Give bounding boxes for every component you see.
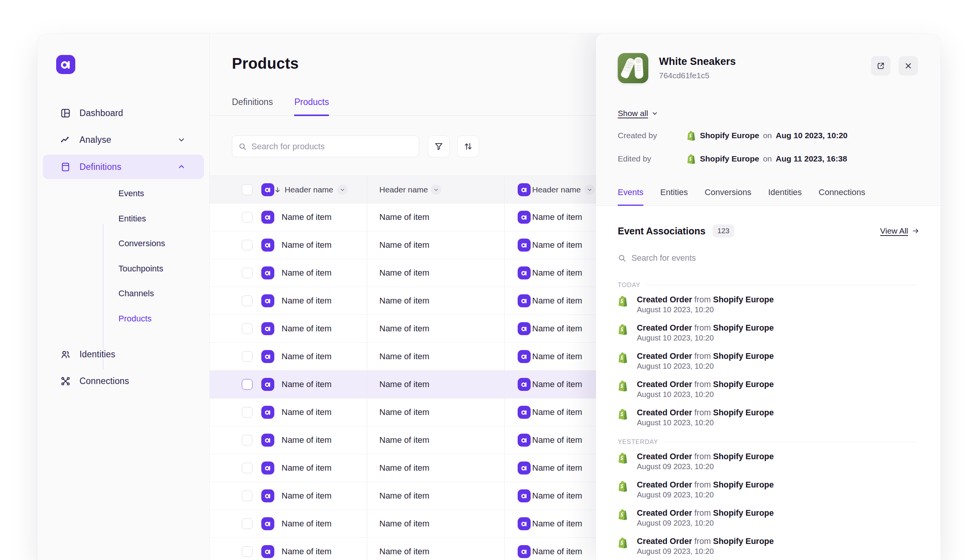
page-title: Products — [232, 55, 299, 72]
panel-tab-entities[interactable]: Entities — [660, 187, 688, 206]
arrow-right-icon — [912, 227, 919, 235]
close-icon — [904, 62, 913, 70]
event-list-item[interactable]: Created Order from Shopify Europe August… — [618, 351, 918, 370]
sidebar-subitem-touchpoints[interactable]: Touchpoints — [110, 260, 202, 278]
event-name: Created Order — [637, 408, 692, 417]
cell-name: Name of item — [379, 352, 430, 362]
cell-name: Name of item — [532, 240, 582, 250]
row-checkbox[interactable] — [242, 295, 252, 306]
event-datetime: August 09 2023, 10:20 — [637, 462, 774, 471]
row-checkbox[interactable] — [242, 490, 252, 501]
event-list-item[interactable]: Created Order from Shopify Europe August… — [618, 508, 918, 527]
row-checkbox[interactable] — [242, 268, 252, 278]
column-header[interactable]: Header name — [379, 185, 428, 194]
row-checkbox[interactable] — [242, 435, 252, 445]
column-menu-button[interactable] — [585, 184, 595, 195]
column-header[interactable]: Header name — [284, 185, 333, 194]
cell-name: Name of item — [379, 212, 430, 222]
event-list-item[interactable]: Created Order from Shopify Europe August… — [618, 295, 918, 313]
panel-tab-conversions[interactable]: Conversions — [704, 187, 751, 206]
event-datetime: August 10 2023, 10:20 — [637, 305, 774, 314]
products-search[interactable] — [232, 135, 419, 157]
row-checkbox[interactable] — [242, 323, 252, 334]
row-checkbox[interactable] — [242, 351, 252, 362]
analyse-icon — [60, 135, 71, 145]
select-all-checkbox[interactable] — [242, 184, 252, 195]
event-source: Shopify Europe — [713, 508, 774, 518]
row-checkbox[interactable] — [242, 240, 252, 250]
sidebar-item-identities[interactable]: Identities — [43, 342, 204, 367]
event-list-item[interactable]: Created Order from Shopify Europe August… — [618, 408, 918, 426]
column-menu-button[interactable] — [431, 184, 441, 195]
item-logo-badge — [518, 294, 531, 307]
event-name: Created Order — [637, 452, 692, 461]
event-list-item[interactable]: Created Order from Shopify Europe August… — [618, 380, 918, 398]
event-list-item[interactable]: Created Order from Shopify Europe August… — [618, 452, 918, 470]
event-datetime: August 10 2023, 10:20 — [637, 333, 774, 342]
column-header[interactable]: Header name — [532, 185, 581, 194]
cell-name: Name of item — [282, 435, 332, 445]
event-list-item[interactable]: Created Order from Shopify Europe August… — [618, 536, 918, 555]
product-title: White Sneakers — [659, 56, 736, 68]
tab-definitions[interactable]: Definitions — [232, 97, 273, 115]
item-logo-badge — [261, 406, 274, 419]
sidebar-item-definitions[interactable]: Definitions — [43, 155, 204, 179]
event-datetime: August 09 2023, 10:20 — [637, 518, 774, 528]
view-all-link[interactable]: View All — [880, 227, 919, 235]
item-logo-badge — [261, 350, 274, 363]
chevron-up-icon — [177, 163, 186, 171]
event-source: Shopify Europe — [713, 380, 774, 389]
event-list-item[interactable]: Created Order from Shopify Europe August… — [618, 323, 918, 341]
row-checkbox[interactable] — [242, 518, 252, 529]
row-checkbox[interactable] — [242, 463, 252, 473]
column-menu-button[interactable] — [337, 184, 348, 195]
row-checkbox[interactable] — [242, 212, 252, 223]
sidebar-subitem-events[interactable]: Events — [110, 184, 202, 203]
sidebar-item-dashboard[interactable]: Dashboard — [43, 101, 204, 125]
sidebar-item-connections[interactable]: Connections — [43, 369, 204, 393]
item-logo-badge — [261, 517, 274, 530]
shopify-icon — [618, 509, 628, 520]
app-logo[interactable] — [56, 55, 75, 74]
item-logo-badge — [518, 406, 531, 419]
item-logo-badge — [518, 489, 531, 502]
event-name: Created Order — [637, 508, 692, 518]
events-search[interactable] — [618, 253, 918, 263]
sidebar-subitem-products[interactable]: Products — [110, 310, 202, 328]
cell-name: Name of item — [282, 324, 332, 333]
sidebar-item-label: Analyse — [79, 135, 111, 145]
item-logo-badge — [261, 545, 274, 558]
shopify-icon — [618, 295, 628, 307]
dashboard-icon — [60, 108, 71, 118]
show-all-dropdown[interactable]: Show all — [618, 109, 658, 118]
row-checkbox[interactable] — [242, 546, 252, 557]
open-external-button[interactable] — [871, 56, 891, 76]
panel-tab-identities[interactable]: Identities — [768, 187, 802, 206]
sidebar-subitem-entities[interactable]: Entities — [110, 210, 202, 228]
row-checkbox[interactable] — [242, 379, 252, 390]
item-logo-badge — [261, 462, 274, 475]
search-icon — [618, 254, 627, 263]
cell-name: Name of item — [379, 519, 430, 529]
row-checkbox[interactable] — [242, 407, 252, 418]
panel-tab-events[interactable]: Events — [618, 187, 644, 206]
cell-name: Name of item — [282, 268, 332, 278]
created-by-row: Created by Shopify Europe on Aug 10 2023… — [618, 129, 918, 142]
close-panel-button[interactable] — [899, 56, 918, 76]
definitions-icon — [60, 162, 71, 172]
cell-name: Name of item — [282, 547, 332, 557]
item-logo-badge — [518, 545, 531, 558]
associations-count-badge: 123 — [712, 225, 735, 237]
event-list-item[interactable]: Created Order from Shopify Europe August… — [618, 480, 918, 498]
sort-button[interactable] — [457, 135, 479, 157]
search-input[interactable] — [251, 142, 413, 152]
sidebar-subitem-channels[interactable]: Channels — [110, 284, 202, 303]
events-search-input[interactable] — [632, 253, 918, 263]
sidebar-subitem-conversions[interactable]: Conversions — [110, 234, 202, 253]
filter-button[interactable] — [428, 135, 450, 157]
shopify-icon — [618, 380, 628, 392]
item-logo-badge — [261, 322, 274, 335]
tab-products[interactable]: Products — [294, 97, 329, 116]
panel-tab-connections[interactable]: Connections — [819, 187, 865, 206]
sidebar-item-analyse[interactable]: Analyse — [43, 127, 204, 152]
